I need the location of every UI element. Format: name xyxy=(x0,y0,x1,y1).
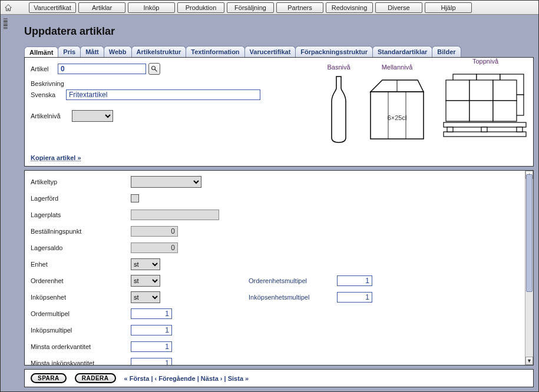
page-body: Uppdatera artiklar Allmänt Pris Mått Web… xyxy=(21,18,534,388)
lagerford-checkbox[interactable] xyxy=(131,194,139,202)
bestallningspunkt-label: Beställningspunkt xyxy=(31,228,131,235)
artikeltyp-label: Artikeltyp xyxy=(31,178,131,185)
svg-rect-19 xyxy=(444,122,526,127)
tab-standardartiklar[interactable]: Standardartiklar xyxy=(372,46,432,57)
tab-matt[interactable]: Mått xyxy=(80,46,104,57)
inkopsenhet-label: Inköpsenhet xyxy=(31,294,131,301)
kopiera-artikel-link[interactable]: Kopiera artikel » xyxy=(31,154,81,161)
pager: « Första | ‹ Föregående | Nästa › | Sist… xyxy=(124,375,249,382)
svg-rect-13 xyxy=(446,80,469,101)
tab-artikelstruktur[interactable]: Artikelstruktur xyxy=(131,46,187,57)
artikel-input[interactable] xyxy=(58,64,146,74)
svg-rect-15 xyxy=(493,80,517,101)
svg-rect-22 xyxy=(481,127,487,132)
tab-textinformation[interactable]: Textinformation xyxy=(186,46,244,57)
menu-forsaljning[interactable]: Försäljning xyxy=(227,2,274,13)
svg-rect-17 xyxy=(469,101,493,121)
ordermultipel-input[interactable] xyxy=(131,308,172,319)
enhet-label: Enhet xyxy=(31,261,131,268)
tab-pris[interactable]: Pris xyxy=(58,46,81,57)
svg-rect-16 xyxy=(446,101,469,121)
svg-rect-20 xyxy=(444,132,526,137)
menu-redovisning[interactable]: Redovisning xyxy=(326,2,373,13)
search-icon xyxy=(151,65,158,72)
side-grip-icon[interactable]: ≡≡≡ xyxy=(3,18,15,29)
lagersaldo-label: Lagersaldo xyxy=(31,244,131,251)
multipack-icon: 6×25cl xyxy=(365,74,429,146)
orderenhet-label: Orderenhet xyxy=(31,277,131,284)
svenska-label: Svenska xyxy=(31,91,66,98)
tab-bar: Allmänt Pris Mått Webb Artikelstruktur T… xyxy=(24,46,534,57)
app-toolbar: Varucertifikat Artiklar Inköp Produktion… xyxy=(1,1,538,15)
pallet-icon xyxy=(441,68,530,146)
orderenhetsmultipel-input[interactable] xyxy=(337,275,372,286)
bestallningspunkt-input[interactable] xyxy=(131,226,178,237)
inkopsmultipel-input[interactable] xyxy=(131,325,172,335)
minsta-orderkvantitet-label: Minsta orderkvantitet xyxy=(31,343,131,350)
inkopsenhetsmultipel-input[interactable] xyxy=(337,292,372,303)
ordermultipel-label: Ordermultipel xyxy=(31,310,131,317)
tab-forpackningsstruktur[interactable]: Förpackningsstruktur xyxy=(295,46,373,57)
spara-button[interactable]: SPARA xyxy=(31,373,67,383)
toppniva-label: Toppnivå xyxy=(441,58,530,65)
lagersaldo-input[interactable] xyxy=(131,242,178,253)
orderenhetsmultipel-label: Orderenhetsmultipel xyxy=(249,277,337,284)
tab-varucertifikat[interactable]: Varucertifikat xyxy=(244,46,296,57)
scroll-thumb[interactable] xyxy=(526,174,533,292)
inkopsenhet-select[interactable]: st xyxy=(131,291,160,303)
pager-last[interactable]: Sista » xyxy=(228,375,249,382)
tab-webb[interactable]: Webb xyxy=(104,46,132,57)
svg-rect-18 xyxy=(493,101,517,121)
svg-rect-14 xyxy=(469,80,493,101)
tab-bilder[interactable]: Bilder xyxy=(432,46,461,57)
minsta-inkopskvantitet-input[interactable] xyxy=(131,358,172,365)
scroll-down-icon[interactable]: ▼ xyxy=(525,357,533,365)
minsta-orderkvantitet-input[interactable] xyxy=(131,341,172,352)
menu-inkop[interactable]: Inköp xyxy=(128,2,175,13)
artikelniva-label: Artikelnivå xyxy=(31,112,72,119)
home-icon[interactable] xyxy=(4,4,12,12)
svg-point-0 xyxy=(152,67,156,70)
lagerplats-input[interactable] xyxy=(131,210,219,220)
artikel-label: Artikel xyxy=(31,65,58,72)
packaging-levels: Basnivå Mellannivå 6×25cl xyxy=(325,58,530,146)
mellanniva-label: Mellannivå xyxy=(365,64,429,71)
bottle-icon xyxy=(325,74,353,146)
svg-line-1 xyxy=(155,69,157,72)
pager-first[interactable]: « Första xyxy=(124,375,150,382)
menu-diverse[interactable]: Diverse xyxy=(375,2,422,13)
menu-produktion[interactable]: Produktion xyxy=(177,2,224,13)
menu-hjalp[interactable]: Hjälp xyxy=(425,2,472,13)
detail-scroll: Artikeltyp Lagerförd Lagerplats Beställn… xyxy=(25,171,525,365)
basniva-label: Basnivå xyxy=(325,64,353,71)
orderenhet-select[interactable]: st xyxy=(131,275,160,287)
lagerplats-label: Lagerplats xyxy=(31,211,131,218)
svg-text:6×25cl: 6×25cl xyxy=(388,114,407,121)
menu-artiklar[interactable]: Artiklar xyxy=(78,2,125,13)
svg-rect-21 xyxy=(447,127,453,132)
general-panel: Artikel Beskrivning Svenska Artikelnivå … xyxy=(24,57,534,167)
detail-scrollbar[interactable]: ▲ ▼ xyxy=(525,171,533,365)
pager-prev[interactable]: ‹ Föregående xyxy=(155,375,196,382)
menu-varucertifikat[interactable]: Varucertifikat xyxy=(29,2,76,13)
pager-next[interactable]: Nästa › xyxy=(201,375,223,382)
inkopsmultipel-label: Inköpsmultipel xyxy=(31,327,131,334)
enhet-select[interactable]: st xyxy=(131,258,160,270)
minsta-inkopskvantitet-label: Minsta inköpskvantitet xyxy=(31,360,131,365)
main-menu: Varucertifikat Artiklar Inköp Produktion… xyxy=(29,2,472,13)
artikelniva-select[interactable] xyxy=(72,110,113,122)
svg-rect-23 xyxy=(517,127,523,132)
page-title: Uppdatera artiklar xyxy=(24,25,534,38)
tab-allmant[interactable]: Allmänt xyxy=(24,46,58,58)
artikeltyp-select[interactable] xyxy=(131,176,201,188)
radera-button[interactable]: RADERA xyxy=(75,373,116,383)
action-bar: SPARA RADERA « Första | ‹ Föregående | N… xyxy=(24,369,534,387)
menu-partners[interactable]: Partners xyxy=(276,2,323,13)
artikel-search-button[interactable] xyxy=(148,63,160,75)
inkopsenhetsmultipel-label: Inköpsenhetsmultipel xyxy=(249,294,337,301)
detail-panel: Artikeltyp Lagerförd Lagerplats Beställn… xyxy=(24,170,534,366)
svenska-input[interactable] xyxy=(66,89,260,100)
lagerford-label: Lagerförd xyxy=(31,195,131,202)
